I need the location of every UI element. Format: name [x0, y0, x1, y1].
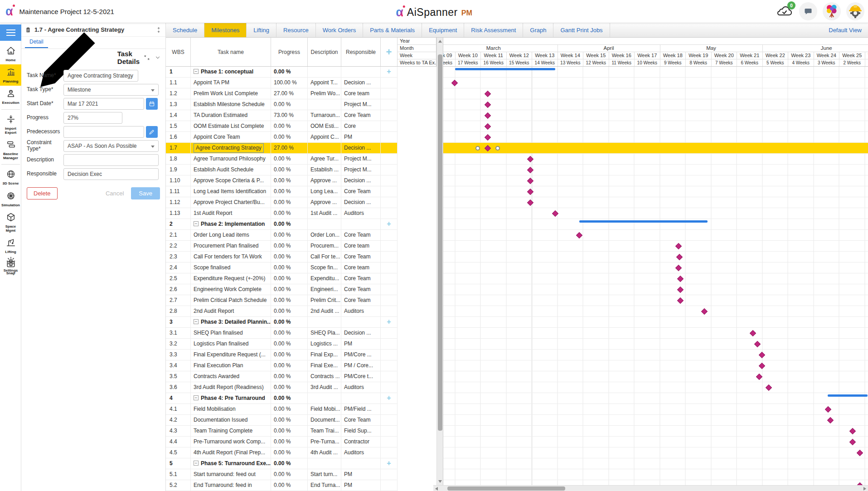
cell-task-name[interactable]: Contracts Awarded	[191, 371, 271, 382]
table-row[interactable]: 3.3Final Expenditure Request (...0.00 %F…	[166, 350, 398, 360]
sidebar-item-simulation[interactable]: Simulation	[0, 188, 21, 209]
table-row[interactable]: 2.1Order Long Lead items0.00 %Order Lon.…	[166, 230, 398, 241]
gantt-row[interactable]	[443, 317, 868, 328]
add-subtask-icon[interactable]: +	[381, 458, 397, 468]
sidebar-item-3d-scene[interactable]: 3D Scene	[0, 166, 21, 188]
field-task-name[interactable]: Agree Contracting Strategy	[63, 70, 138, 82]
field-progress[interactable]: 27%	[63, 112, 122, 124]
sidebar-item-execution[interactable]: Execution	[0, 86, 21, 107]
tab-equipment[interactable]: Equipment	[422, 23, 464, 37]
field-description[interactable]	[63, 154, 159, 166]
field-responsible[interactable]: Decision Exec	[63, 168, 159, 180]
table-row[interactable]: 4.4Pre-Turnaround work Comp...0.00 %Pre-…	[166, 437, 398, 447]
table-row[interactable]: 3.1SHEQ Plan finalised0.00 %SHEQ Pla...D…	[166, 328, 398, 339]
summary-bar[interactable]	[455, 68, 555, 70]
table-row[interactable]: 1.2Prelim Work List Complete27.00 %Preli…	[166, 88, 398, 99]
table-row[interactable]: 1.11Long Lead Items Identification0.00 %…	[166, 186, 398, 197]
milestone-marker[interactable]	[485, 134, 491, 141]
cell-task-name[interactable]: Expenditure Request (+-20%)	[191, 273, 271, 284]
collapse-icon[interactable]: −	[194, 319, 199, 324]
table-row[interactable]: 1.4TA Duration Estimated73.00 %Turnaroun…	[166, 110, 398, 121]
tab-lifting[interactable]: Lifting	[247, 23, 276, 37]
scroll-right-icon[interactable]	[863, 487, 866, 491]
gantt-row[interactable]	[443, 219, 868, 230]
cell-task-name[interactable]: Long Lead Items Identification	[191, 186, 271, 197]
cell-task-name[interactable]: Order Long Lead items	[191, 230, 271, 240]
table-row[interactable]: 2.4Scope finalised0.00 %Scope fin...Core…	[166, 263, 398, 273]
gantt-row[interactable]	[443, 175, 868, 186]
field-start-date[interactable]: Mar 17 2021	[63, 98, 144, 110]
gantt-vertical-scrollbar[interactable]	[436, 38, 443, 485]
milestone-marker[interactable]	[527, 167, 533, 173]
gantt-row[interactable]	[443, 143, 868, 154]
milestone-marker[interactable]	[675, 243, 682, 249]
table-row[interactable]: 1.10Approve Scope Criteria & P...0.00 %A…	[166, 175, 398, 186]
gantt-row[interactable]	[443, 426, 868, 437]
sidebar-item-planning[interactable]: Planning	[0, 64, 21, 86]
cell-task-name[interactable]: −Phase 3: Detailed Plannin...	[191, 317, 271, 327]
table-row[interactable]: 1.7Agree Contracting Strategy27.00 %Deci…	[166, 143, 398, 154]
milestone-drag-handle[interactable]	[495, 146, 500, 151]
cell-task-name[interactable]: Documentation Issued	[191, 415, 271, 425]
milestone-marker[interactable]	[857, 450, 863, 456]
table-row[interactable]: 2.3Call For tenders for TA Work0.00 %Cal…	[166, 252, 398, 263]
collapse-icon[interactable]: −	[194, 69, 199, 74]
gantt-row[interactable]	[443, 154, 868, 165]
cell-task-name[interactable]: Agree Turnaround Philosophy	[191, 154, 271, 164]
table-row[interactable]: 3.5Contracts Awarded0.00 %Contracts ...P…	[166, 371, 398, 382]
milestone-marker[interactable]	[485, 123, 491, 130]
cell-task-name[interactable]: Approve Scope Criteria & P...	[191, 175, 271, 186]
milestone-marker[interactable]	[485, 112, 491, 119]
table-row[interactable]: 4−Phase 4: Pre Turnaround0.00 %+	[166, 393, 398, 404]
gantt-row[interactable]	[443, 437, 868, 447]
milestone-marker[interactable]	[675, 265, 682, 271]
milestone-marker[interactable]	[527, 199, 533, 206]
sidebar-item-space-mgmt[interactable]: Space Mgmt	[0, 209, 21, 235]
cell-task-name[interactable]: Appoint Core Team	[191, 132, 271, 142]
table-row[interactable]: 3.4Final Execution Plan0.00 %Final Exe..…	[166, 360, 398, 371]
default-view-button[interactable]: Default View	[829, 23, 862, 37]
collapse-icon[interactable]: −	[194, 221, 199, 226]
tab-parts-materials[interactable]: Parts & Materials	[363, 23, 422, 37]
cell-task-name[interactable]: 4th Audit Report (Final Prep...	[191, 447, 271, 458]
delete-button[interactable]: Delete	[27, 187, 58, 199]
cell-task-name[interactable]: Final Expenditure Request (...	[191, 350, 271, 360]
cell-task-name[interactable]: Prelim Critical Patch Schedule	[191, 295, 271, 306]
gantt-row[interactable]	[443, 404, 868, 415]
cell-task-name[interactable]: Call For tenders for TA Work	[191, 252, 271, 262]
cell-task-name[interactable]: −Phase 2: Implementation	[191, 219, 271, 229]
gantt-row[interactable]	[443, 121, 868, 132]
cell-task-name[interactable]: Establish Milestone Schedule	[191, 99, 271, 110]
expand-section-icon[interactable]	[144, 54, 150, 61]
cancel-button[interactable]: Cancel	[101, 188, 128, 199]
cell-task-name[interactable]: Agree Contracting Strategy	[191, 143, 271, 153]
table-row[interactable]: 3−Phase 3: Detailed Plannin...0.00 %+	[166, 317, 398, 328]
gantt-row[interactable]	[443, 230, 868, 241]
scroll-up-icon[interactable]	[438, 40, 442, 43]
gantt-row[interactable]	[443, 371, 868, 382]
cell-task-name[interactable]: Scope finalised	[191, 263, 271, 273]
calendar-button[interactable]	[146, 98, 158, 110]
milestone-marker[interactable]	[766, 384, 772, 391]
gantt-row[interactable]	[443, 339, 868, 350]
table-row[interactable]: 5−Phase 5: Turnaround Exe...0.00 %+	[166, 458, 398, 469]
gantt-row[interactable]	[443, 328, 868, 339]
gantt-row[interactable]	[443, 165, 868, 175]
gantt-row[interactable]	[443, 252, 868, 263]
cell-task-name[interactable]: −Phase 5: Turnaround Exe...	[191, 458, 271, 469]
cloud-sync-icon[interactable]: 0	[776, 2, 794, 20]
milestone-marker[interactable]	[677, 276, 684, 282]
horizontal-scroll-thumb[interactable]	[447, 486, 565, 491]
table-row[interactable]: 4.54th Audit Report (Final Prep...0.00 %…	[166, 447, 398, 458]
milestone-marker[interactable]	[451, 80, 458, 86]
gantt-row[interactable]	[443, 469, 868, 480]
collapse-section-icon[interactable]	[155, 54, 161, 61]
tab-milestones[interactable]: Milestones	[204, 23, 247, 37]
chat-icon[interactable]	[799, 2, 817, 20]
gantt-row[interactable]	[443, 78, 868, 88]
sidebar-item-lifting[interactable]: Lifting	[0, 235, 21, 256]
cell-task-name[interactable]: Field Mobilisation	[191, 404, 271, 414]
edit-predecessors-button[interactable]	[146, 126, 158, 138]
ai-brain-icon[interactable]	[823, 2, 841, 20]
milestone-drag-handle[interactable]	[475, 146, 480, 151]
